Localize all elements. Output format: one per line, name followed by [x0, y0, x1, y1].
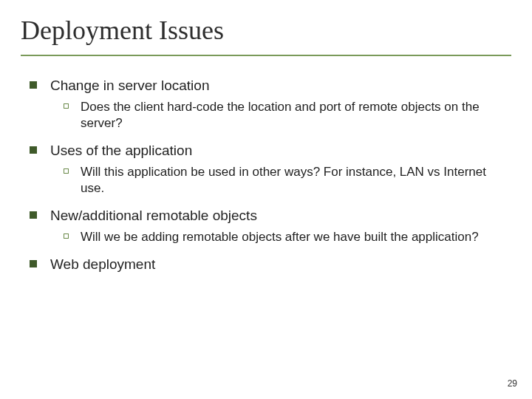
- square-bullet-icon: [30, 146, 37, 154]
- slide: Deployment Issues Change in server locat…: [0, 0, 532, 399]
- title-underline: [21, 55, 511, 56]
- list-item-label: Web deployment: [50, 256, 155, 273]
- page-number: 29: [508, 378, 517, 389]
- hollow-square-bullet-icon: [64, 168, 69, 174]
- list-subitem: Will we be adding remotable objects afte…: [64, 229, 511, 245]
- list-subitem-label: Will this application be used in other w…: [81, 164, 504, 197]
- hollow-square-bullet-icon: [64, 233, 69, 239]
- list-subitem-label: Does the client hard-code the location a…: [81, 99, 504, 132]
- list-item: New/additional remotable objects: [30, 207, 511, 225]
- list-item: Uses of the application: [30, 142, 511, 160]
- list-subitem-label: Will we be adding remotable objects afte…: [81, 229, 479, 245]
- list-item: Web deployment: [30, 256, 511, 273]
- list-item: Change in server location: [30, 77, 511, 95]
- square-bullet-icon: [30, 211, 37, 219]
- list-subitem: Will this application be used in other w…: [64, 164, 511, 197]
- square-bullet-icon: [30, 260, 37, 267]
- slide-title: Deployment Issues: [21, 15, 511, 53]
- content-area: Change in server location Does the clien…: [21, 77, 511, 273]
- list-subitem: Does the client hard-code the location a…: [64, 99, 511, 132]
- list-item-label: Uses of the application: [50, 142, 192, 160]
- list-item-label: Change in server location: [50, 77, 209, 95]
- square-bullet-icon: [30, 81, 37, 89]
- hollow-square-bullet-icon: [64, 103, 69, 109]
- list-item-label: New/additional remotable objects: [50, 207, 257, 225]
